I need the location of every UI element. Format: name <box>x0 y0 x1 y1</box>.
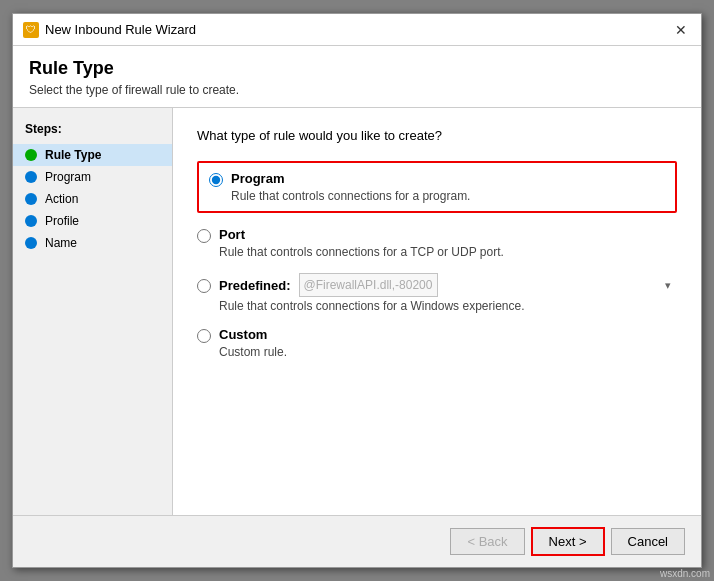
step-dot-action <box>25 193 37 205</box>
option-custom[interactable]: Custom Custom rule. <box>197 327 677 359</box>
sidebar-item-action[interactable]: Action <box>13 188 172 210</box>
step-label-name: Name <box>45 236 77 250</box>
step-label-program: Program <box>45 170 91 184</box>
radio-custom[interactable] <box>197 329 211 343</box>
main-window: 🛡 New Inbound Rule Wizard ✕ Rule Type Se… <box>12 13 702 568</box>
content-area: Steps: Rule Type Program Action Profile … <box>13 108 701 515</box>
header-section: Rule Type Select the type of firewall ru… <box>13 46 701 108</box>
option-port-label: Port <box>219 227 245 242</box>
sidebar-item-name[interactable]: Name <box>13 232 172 254</box>
option-program-desc: Rule that controls connections for a pro… <box>231 189 665 203</box>
sidebar-item-program[interactable]: Program <box>13 166 172 188</box>
step-dot-name <box>25 237 37 249</box>
radio-predefined[interactable] <box>197 279 211 293</box>
option-custom-row: Custom <box>197 327 677 343</box>
window-title: New Inbound Rule Wizard <box>45 22 196 37</box>
cancel-button[interactable]: Cancel <box>611 528 685 555</box>
step-label-action: Action <box>45 192 78 206</box>
back-button[interactable]: < Back <box>450 528 524 555</box>
option-program-label: Program <box>231 171 284 186</box>
option-custom-label: Custom <box>219 327 267 342</box>
watermark: wsxdn.com <box>660 568 710 579</box>
title-bar-left: 🛡 New Inbound Rule Wizard <box>23 22 196 38</box>
option-predefined-label: Predefined: <box>219 278 291 293</box>
footer: < Back Next > Cancel <box>13 515 701 567</box>
sidebar-item-profile[interactable]: Profile <box>13 210 172 232</box>
close-button[interactable]: ✕ <box>671 20 691 40</box>
title-bar: 🛡 New Inbound Rule Wizard ✕ <box>13 14 701 46</box>
window-icon: 🛡 <box>23 22 39 38</box>
radio-program[interactable] <box>209 173 223 187</box>
option-port-row: Port <box>197 227 677 243</box>
option-custom-desc: Custom rule. <box>219 345 677 359</box>
option-predefined[interactable]: Predefined: @FirewallAPI.dll,-80200 Rule… <box>197 273 677 313</box>
step-dot-profile <box>25 215 37 227</box>
option-predefined-row: Predefined: @FirewallAPI.dll,-80200 <box>197 273 677 297</box>
radio-port[interactable] <box>197 229 211 243</box>
steps-label: Steps: <box>13 118 172 144</box>
main-content: What type of rule would you like to crea… <box>173 108 701 515</box>
step-label-profile: Profile <box>45 214 79 228</box>
step-dot-rule-type <box>25 149 37 161</box>
option-port-desc: Rule that controls connections for a TCP… <box>219 245 677 259</box>
option-port[interactable]: Port Rule that controls connections for … <box>197 227 677 259</box>
next-button[interactable]: Next > <box>531 527 605 556</box>
sidebar: Steps: Rule Type Program Action Profile … <box>13 108 173 515</box>
option-predefined-desc: Rule that controls connections for a Win… <box>219 299 677 313</box>
step-label-rule-type: Rule Type <box>45 148 101 162</box>
sidebar-item-rule-type[interactable]: Rule Type <box>13 144 172 166</box>
option-program-row: Program <box>209 171 665 187</box>
page-subtitle: Select the type of firewall rule to crea… <box>29 83 685 97</box>
option-group: Program Rule that controls connections f… <box>197 161 677 359</box>
option-program[interactable]: Program Rule that controls connections f… <box>197 161 677 213</box>
predefined-select[interactable]: @FirewallAPI.dll,-80200 <box>299 273 438 297</box>
step-dot-program <box>25 171 37 183</box>
page-title: Rule Type <box>29 58 685 79</box>
predefined-select-wrapper: @FirewallAPI.dll,-80200 <box>299 273 677 297</box>
question-text: What type of rule would you like to crea… <box>197 128 677 143</box>
